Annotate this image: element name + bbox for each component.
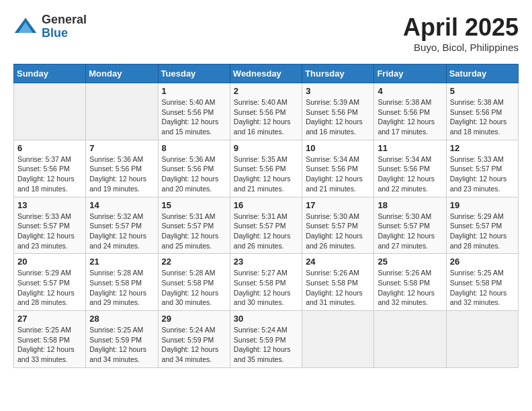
day-number: 22 (162, 257, 226, 267)
weekday-header-sunday: Sunday (14, 64, 86, 83)
day-cell: 10Sunrise: 5:34 AM Sunset: 5:56 PM Dayli… (302, 140, 374, 197)
weekday-header-row: SundayMondayTuesdayWednesdayThursdayFrid… (14, 64, 519, 83)
day-detail: Sunrise: 5:33 AM Sunset: 5:57 PM Dayligh… (450, 154, 515, 194)
day-cell: 27Sunrise: 5:25 AM Sunset: 5:58 PM Dayli… (14, 311, 86, 368)
day-number: 19 (450, 200, 515, 210)
day-number: 7 (89, 143, 154, 153)
day-cell (86, 83, 158, 140)
day-cell: 13Sunrise: 5:33 AM Sunset: 5:57 PM Dayli… (14, 197, 86, 254)
day-number: 28 (89, 314, 154, 324)
calendar-location: Buyo, Bicol, Philippines (403, 42, 519, 53)
weekday-header-monday: Monday (86, 64, 158, 83)
logo-icon (13, 15, 38, 39)
day-detail: Sunrise: 5:32 AM Sunset: 5:57 PM Dayligh… (89, 212, 154, 251)
page-header: General Blue April 2025 Buyo, Bicol, Phi… (13, 13, 519, 53)
day-cell: 2Sunrise: 5:40 AM Sunset: 5:56 PM Daylig… (230, 83, 302, 140)
logo-blue-label: Blue (42, 27, 87, 40)
calendar-table: SundayMondayTuesdayWednesdayThursdayFrid… (13, 64, 519, 368)
day-cell: 23Sunrise: 5:27 AM Sunset: 5:58 PM Dayli… (230, 254, 302, 311)
day-number: 5 (450, 86, 515, 96)
day-number: 21 (89, 257, 154, 267)
weekday-header-saturday: Saturday (446, 64, 518, 83)
day-detail: Sunrise: 5:40 AM Sunset: 5:56 PM Dayligh… (162, 97, 226, 137)
day-number: 24 (306, 257, 370, 267)
day-cell (302, 311, 374, 368)
day-number: 29 (162, 314, 226, 324)
day-number: 27 (17, 314, 82, 324)
logo-text: General Blue (42, 13, 87, 40)
weekday-header-wednesday: Wednesday (230, 64, 302, 83)
week-row-5: 27Sunrise: 5:25 AM Sunset: 5:58 PM Dayli… (14, 311, 519, 368)
day-cell: 28Sunrise: 5:25 AM Sunset: 5:59 PM Dayli… (86, 311, 158, 368)
day-cell: 1Sunrise: 5:40 AM Sunset: 5:56 PM Daylig… (158, 83, 230, 140)
day-detail: Sunrise: 5:27 AM Sunset: 5:58 PM Dayligh… (234, 268, 298, 308)
day-number: 9 (234, 143, 298, 153)
day-cell: 9Sunrise: 5:35 AM Sunset: 5:56 PM Daylig… (230, 140, 302, 197)
day-cell: 19Sunrise: 5:29 AM Sunset: 5:57 PM Dayli… (446, 197, 518, 254)
day-number: 20 (17, 257, 82, 267)
day-detail: Sunrise: 5:30 AM Sunset: 5:57 PM Dayligh… (306, 212, 370, 251)
day-cell: 22Sunrise: 5:28 AM Sunset: 5:58 PM Dayli… (158, 254, 230, 311)
day-cell: 14Sunrise: 5:32 AM Sunset: 5:57 PM Dayli… (86, 197, 158, 254)
day-number: 6 (17, 143, 82, 153)
day-cell: 24Sunrise: 5:26 AM Sunset: 5:58 PM Dayli… (302, 254, 374, 311)
day-detail: Sunrise: 5:35 AM Sunset: 5:56 PM Dayligh… (234, 154, 298, 194)
day-cell: 25Sunrise: 5:26 AM Sunset: 5:58 PM Dayli… (374, 254, 446, 311)
day-cell: 16Sunrise: 5:31 AM Sunset: 5:57 PM Dayli… (230, 197, 302, 254)
day-detail: Sunrise: 5:25 AM Sunset: 5:58 PM Dayligh… (17, 325, 82, 365)
logo: General Blue (13, 13, 87, 40)
day-cell: 3Sunrise: 5:39 AM Sunset: 5:56 PM Daylig… (302, 83, 374, 140)
day-detail: Sunrise: 5:34 AM Sunset: 5:56 PM Dayligh… (306, 154, 370, 194)
logo-general-label: General (42, 13, 87, 27)
day-cell: 29Sunrise: 5:24 AM Sunset: 5:59 PM Dayli… (158, 311, 230, 368)
calendar-title: April 2025 (403, 13, 519, 42)
day-detail: Sunrise: 5:31 AM Sunset: 5:57 PM Dayligh… (162, 212, 226, 251)
day-number: 23 (234, 257, 298, 267)
day-detail: Sunrise: 5:34 AM Sunset: 5:56 PM Dayligh… (378, 154, 442, 194)
day-detail: Sunrise: 5:38 AM Sunset: 5:56 PM Dayligh… (378, 97, 442, 137)
day-detail: Sunrise: 5:24 AM Sunset: 5:59 PM Dayligh… (234, 325, 298, 365)
day-cell: 11Sunrise: 5:34 AM Sunset: 5:56 PM Dayli… (374, 140, 446, 197)
week-row-4: 20Sunrise: 5:29 AM Sunset: 5:57 PM Dayli… (14, 254, 519, 311)
day-cell: 5Sunrise: 5:38 AM Sunset: 5:56 PM Daylig… (446, 83, 518, 140)
day-detail: Sunrise: 5:26 AM Sunset: 5:58 PM Dayligh… (306, 268, 370, 308)
day-cell: 17Sunrise: 5:30 AM Sunset: 5:57 PM Dayli… (302, 197, 374, 254)
day-number: 12 (450, 143, 515, 153)
day-cell: 8Sunrise: 5:36 AM Sunset: 5:56 PM Daylig… (158, 140, 230, 197)
day-detail: Sunrise: 5:26 AM Sunset: 5:58 PM Dayligh… (378, 268, 442, 308)
day-number: 8 (162, 143, 226, 153)
day-number: 1 (162, 86, 226, 96)
day-cell: 21Sunrise: 5:28 AM Sunset: 5:58 PM Dayli… (86, 254, 158, 311)
weekday-header-friday: Friday (374, 64, 446, 83)
day-cell (446, 311, 518, 368)
day-number: 13 (17, 200, 82, 210)
day-cell: 4Sunrise: 5:38 AM Sunset: 5:56 PM Daylig… (374, 83, 446, 140)
week-row-3: 13Sunrise: 5:33 AM Sunset: 5:57 PM Dayli… (14, 197, 519, 254)
day-detail: Sunrise: 5:24 AM Sunset: 5:59 PM Dayligh… (162, 325, 226, 365)
day-cell (14, 83, 86, 140)
day-number: 16 (234, 200, 298, 210)
day-detail: Sunrise: 5:25 AM Sunset: 5:59 PM Dayligh… (89, 325, 154, 365)
day-number: 25 (378, 257, 442, 267)
day-detail: Sunrise: 5:37 AM Sunset: 5:56 PM Dayligh… (17, 154, 82, 194)
day-cell: 20Sunrise: 5:29 AM Sunset: 5:57 PM Dayli… (14, 254, 86, 311)
day-detail: Sunrise: 5:38 AM Sunset: 5:56 PM Dayligh… (450, 97, 515, 137)
day-detail: Sunrise: 5:36 AM Sunset: 5:56 PM Dayligh… (89, 154, 154, 194)
day-number: 14 (89, 200, 154, 210)
title-block: April 2025 Buyo, Bicol, Philippines (403, 13, 519, 53)
week-row-1: 1Sunrise: 5:40 AM Sunset: 5:56 PM Daylig… (14, 83, 519, 140)
day-detail: Sunrise: 5:40 AM Sunset: 5:56 PM Dayligh… (234, 97, 298, 137)
day-cell: 30Sunrise: 5:24 AM Sunset: 5:59 PM Dayli… (230, 311, 302, 368)
day-cell: 7Sunrise: 5:36 AM Sunset: 5:56 PM Daylig… (86, 140, 158, 197)
day-number: 4 (378, 86, 442, 96)
day-cell: 12Sunrise: 5:33 AM Sunset: 5:57 PM Dayli… (446, 140, 518, 197)
day-detail: Sunrise: 5:31 AM Sunset: 5:57 PM Dayligh… (234, 212, 298, 251)
day-detail: Sunrise: 5:25 AM Sunset: 5:58 PM Dayligh… (450, 268, 515, 308)
day-cell (374, 311, 446, 368)
day-number: 10 (306, 143, 370, 153)
day-cell: 6Sunrise: 5:37 AM Sunset: 5:56 PM Daylig… (14, 140, 86, 197)
day-cell: 18Sunrise: 5:30 AM Sunset: 5:57 PM Dayli… (374, 197, 446, 254)
day-cell: 15Sunrise: 5:31 AM Sunset: 5:57 PM Dayli… (158, 197, 230, 254)
day-number: 26 (450, 257, 515, 267)
weekday-header-thursday: Thursday (302, 64, 374, 83)
